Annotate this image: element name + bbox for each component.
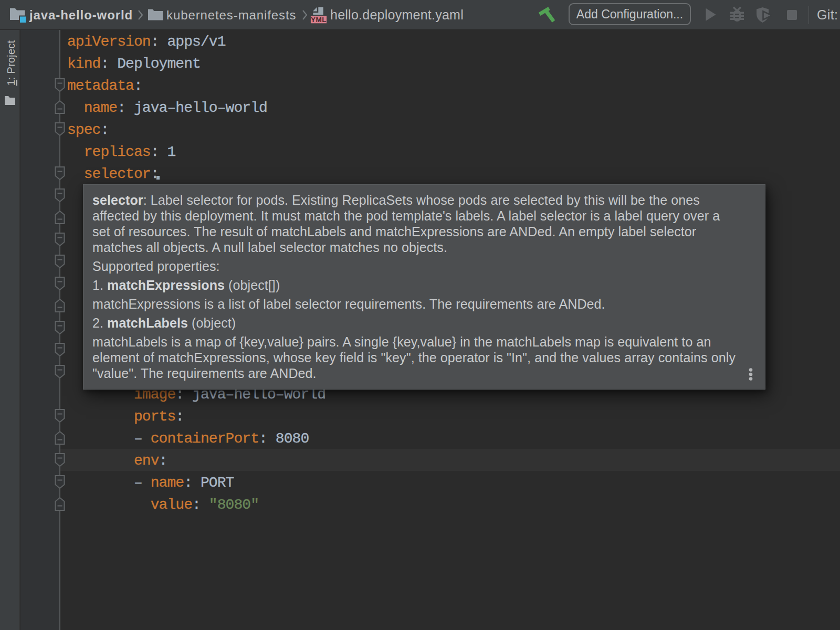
- svg-text:YML: YML: [311, 16, 327, 24]
